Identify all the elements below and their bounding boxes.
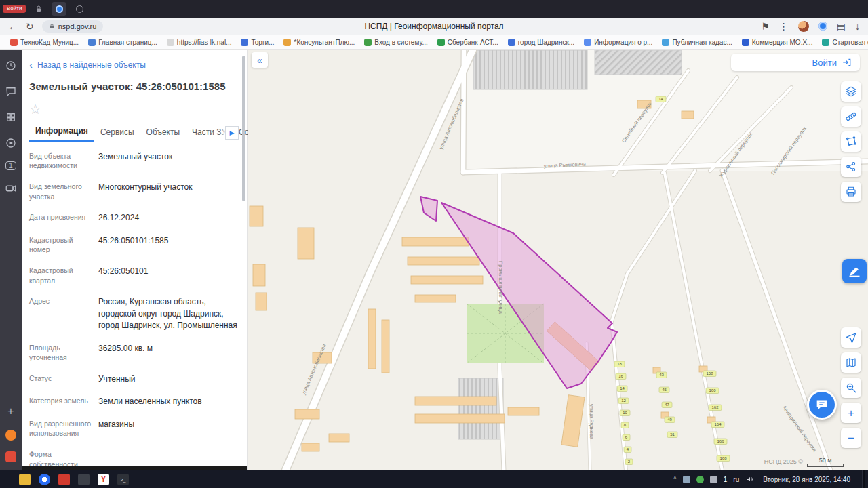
panel-collapse-button[interactable]: « <box>252 52 268 68</box>
bookmark-item[interactable]: Коммерция МО.Х... <box>737 37 818 47</box>
chat-icon[interactable] <box>3 84 18 99</box>
ruler-button[interactable] <box>841 106 861 127</box>
language-indicator[interactable]: ru <box>733 476 739 483</box>
bookmark-item[interactable]: ТехноКад-Муниц... <box>5 37 83 47</box>
map-login-button[interactable]: Войти <box>731 54 860 71</box>
field-value: 36285.00 кв. м <box>98 343 153 363</box>
field-label: Категория земель <box>29 396 98 407</box>
download-icon[interactable]: ↓ <box>855 22 860 31</box>
back-to-results-link[interactable]: ‹ Назад в найденные объекты <box>29 60 237 70</box>
share-button[interactable] <box>841 157 861 177</box>
bookmark-item[interactable]: Информация о р... <box>579 37 657 47</box>
bookmark-flag-icon[interactable]: ⚑ <box>761 22 770 31</box>
menu-dots-icon[interactable]: ⋮ <box>779 22 789 31</box>
bookmark-favicon <box>364 39 372 46</box>
house-number-label: 18 <box>617 362 622 366</box>
layers-button[interactable] <box>841 81 861 102</box>
field-label: Вид разрешенного использования <box>29 419 98 439</box>
flame-icon[interactable] <box>5 451 16 462</box>
tab-Объекты[interactable]: Объекты <box>140 123 186 142</box>
support-chat-button[interactable] <box>807 390 837 420</box>
show-desktop-strip[interactable] <box>862 470 865 488</box>
bookmark-favicon <box>283 39 291 46</box>
scale-bar <box>807 464 844 467</box>
bookmark-favicon <box>662 39 669 46</box>
tray-icon-2[interactable] <box>696 476 704 483</box>
map-area[interactable]: 1418161412108642434547495115816016216416… <box>248 50 868 470</box>
history-icon[interactable] <box>3 58 18 73</box>
bookmark-item[interactable]: Торги... <box>236 37 279 47</box>
services-icon[interactable] <box>5 430 16 441</box>
field-label: Вид объекта недвижимости <box>29 151 98 171</box>
map-canvas[interactable]: 1418161412108642434547495115816016216416… <box>248 50 868 470</box>
bookmark-item[interactable]: Вход в систему... <box>359 37 432 47</box>
field-row: Дата присвоения26.12.2024 <box>29 207 237 229</box>
app-dark-icon[interactable] <box>78 474 90 485</box>
field-row: Вид объекта недвижимостиЗемельный участо… <box>29 146 237 176</box>
browser-tab-1[interactable] <box>31 2 46 16</box>
area-measure-button[interactable] <box>841 131 861 152</box>
bookmark-item[interactable]: Стартовая стран... <box>817 37 868 47</box>
reload-icon[interactable]: ↻ <box>26 22 34 31</box>
back-icon[interactable]: ← <box>8 22 18 31</box>
field-value: Земли населенных пунктов <box>98 396 202 407</box>
bookmark-label: Коммерция МО.Х... <box>752 39 813 46</box>
globe-icon <box>76 5 83 13</box>
zoom-in-button[interactable]: + <box>841 403 861 423</box>
panel-horizontal-scrollbar[interactable] <box>22 466 247 470</box>
bookmark-item[interactable]: город Шадринск... <box>503 37 579 47</box>
house-number-label: 166 <box>717 439 724 443</box>
locate-button[interactable] <box>841 327 861 348</box>
play-icon[interactable] <box>3 136 18 150</box>
field-value: магазины <box>98 419 134 439</box>
browser-tab-active[interactable] <box>52 2 66 16</box>
bookmark-favicon <box>584 39 591 46</box>
avatar[interactable] <box>798 21 809 32</box>
tray-icon-3[interactable] <box>710 476 717 483</box>
field-label: Статус <box>29 373 98 385</box>
explorer-icon[interactable] <box>19 474 31 485</box>
taskbar-clock[interactable]: Вторник, 28 янв 2025, 14:40 <box>760 476 856 483</box>
tab-Информация[interactable]: Информация <box>29 122 94 142</box>
tab-Сервисы[interactable]: Сервисы <box>94 123 140 142</box>
panel-vertical-scrollbar[interactable] <box>242 56 245 201</box>
house-number-label: 160 <box>709 388 716 392</box>
sidebar-panel-icon[interactable]: ▤ <box>837 22 846 31</box>
overview-map-button[interactable] <box>841 352 861 373</box>
tray-badge: 1 <box>724 476 728 483</box>
tray-expand-icon[interactable]: ^ <box>673 476 677 483</box>
apps-grid-icon[interactable] <box>3 110 18 125</box>
downloads-badge[interactable]: 1 <box>5 161 16 170</box>
browser-profile-button[interactable]: Войти <box>3 5 26 13</box>
tabs-scroll-right-button[interactable]: ▶ <box>225 126 239 140</box>
yandex-icon[interactable]: Y <box>98 474 109 485</box>
app-red-icon[interactable] <box>58 474 70 485</box>
search-area-button[interactable] <box>841 378 861 398</box>
street-label: улица Руднева <box>589 404 595 440</box>
tray-icon-1[interactable] <box>683 476 690 483</box>
nspd-assistant-button[interactable] <box>842 259 867 283</box>
browser-icon[interactable] <box>39 474 50 485</box>
field-label: Дата присвоения <box>29 212 98 224</box>
bookmark-item[interactable]: *КонсультантПлю... <box>279 37 359 47</box>
print-button[interactable] <box>841 182 861 202</box>
extension-icon[interactable] <box>818 22 827 30</box>
bookmark-item[interactable]: https://fias-lk.nal... <box>162 37 237 47</box>
field-label: Адрес <box>29 296 98 331</box>
browser-tab-3[interactable] <box>72 2 87 16</box>
zoom-out-button[interactable]: − <box>841 428 861 448</box>
volume-icon[interactable] <box>745 475 754 483</box>
field-value: 45:26:050101:1585 <box>98 235 168 255</box>
url-field[interactable]: nspd.gov.ru <box>42 20 104 33</box>
house-number-label: 47 <box>665 403 669 407</box>
login-arrow-icon <box>842 58 852 67</box>
bookmark-item[interactable]: Главная страниц... <box>83 37 162 47</box>
minus-icon: − <box>848 432 854 444</box>
terminal-icon[interactable]: >_ <box>117 474 129 485</box>
camera-icon[interactable] <box>3 181 18 196</box>
bookmark-item[interactable]: Сбербанк-АСТ... <box>433 37 503 47</box>
house-number-label: 164 <box>714 422 722 426</box>
bookmark-item[interactable]: Публичная кадас... <box>657 37 736 47</box>
favorite-star-icon[interactable]: ☆ <box>29 102 237 116</box>
add-icon[interactable]: + <box>3 404 18 419</box>
